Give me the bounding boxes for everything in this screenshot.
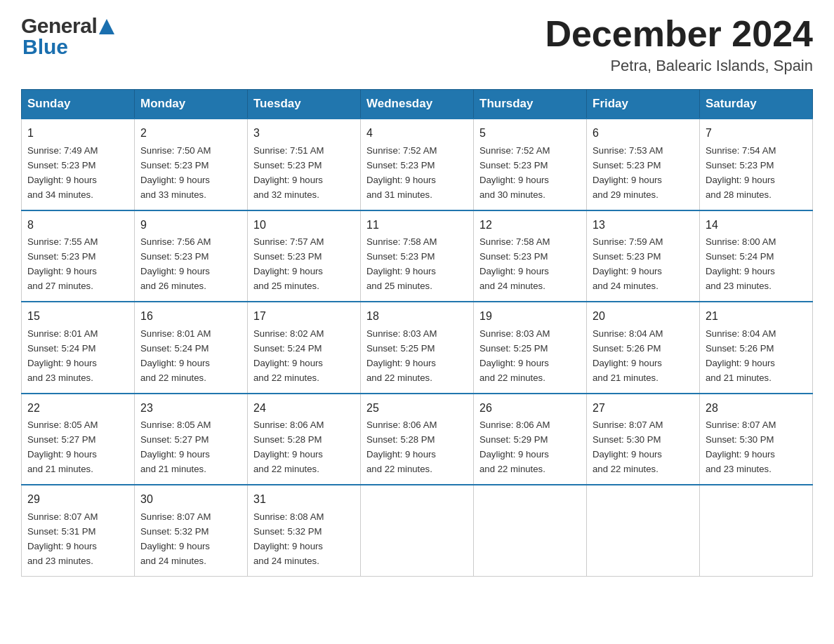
day-info: Sunrise: 8:08 AMSunset: 5:32 PMDaylight:… (253, 511, 324, 566)
day-number: 31 (253, 491, 355, 509)
day-number: 2 (140, 125, 241, 142)
day-number: 29 (27, 491, 128, 509)
day-number: 10 (253, 217, 355, 234)
day-number: 16 (140, 308, 241, 326)
table-row: 30Sunrise: 8:07 AMSunset: 5:32 PMDayligh… (135, 485, 248, 576)
table-row: 7Sunrise: 7:54 AMSunset: 5:23 PMDaylight… (700, 119, 813, 210)
day-info: Sunrise: 7:52 AMSunset: 5:23 PMDaylight:… (479, 145, 550, 200)
day-info: Sunrise: 8:06 AMSunset: 5:28 PMDaylight:… (366, 420, 437, 474)
table-row: 24Sunrise: 8:06 AMSunset: 5:28 PMDayligh… (248, 394, 361, 485)
table-row: 31Sunrise: 8:08 AMSunset: 5:32 PMDayligh… (248, 485, 361, 576)
page-header: General Blue December 2024 Petra, Balear… (21, 14, 813, 75)
day-number: 18 (366, 308, 468, 326)
col-thursday: Thursday (474, 90, 587, 119)
day-number: 24 (253, 400, 355, 417)
day-info: Sunrise: 8:04 AMSunset: 5:26 PMDaylight:… (593, 328, 663, 383)
table-row: 6Sunrise: 7:53 AMSunset: 5:23 PMDaylight… (587, 119, 700, 210)
day-number: 28 (706, 400, 807, 417)
day-info: Sunrise: 7:58 AMSunset: 5:23 PMDaylight:… (479, 236, 550, 291)
table-row: 23Sunrise: 8:05 AMSunset: 5:27 PMDayligh… (135, 394, 248, 485)
table-row: 3Sunrise: 7:51 AMSunset: 5:23 PMDaylight… (248, 119, 361, 210)
logo: General Blue (21, 14, 114, 59)
table-row (361, 485, 474, 576)
calendar-title: December 2024 (545, 14, 813, 54)
table-row (474, 485, 587, 576)
week-row-1: 1Sunrise: 7:49 AMSunset: 5:23 PMDaylight… (22, 119, 813, 210)
day-number: 5 (479, 125, 581, 142)
day-number: 26 (479, 400, 581, 417)
day-info: Sunrise: 8:02 AMSunset: 5:24 PMDaylight:… (253, 328, 324, 383)
day-info: Sunrise: 7:55 AMSunset: 5:23 PMDaylight:… (27, 236, 98, 291)
col-saturday: Saturday (700, 90, 813, 119)
day-info: Sunrise: 7:49 AMSunset: 5:23 PMDaylight:… (27, 145, 98, 200)
day-number: 4 (366, 125, 468, 142)
col-monday: Monday (135, 90, 248, 119)
day-info: Sunrise: 8:06 AMSunset: 5:29 PMDaylight:… (479, 420, 550, 474)
logo-blue-text: Blue (22, 35, 68, 59)
table-row: 22Sunrise: 8:05 AMSunset: 5:27 PMDayligh… (22, 394, 135, 485)
col-wednesday: Wednesday (361, 90, 474, 119)
day-info: Sunrise: 8:01 AMSunset: 5:24 PMDaylight:… (140, 328, 211, 383)
day-number: 6 (593, 125, 694, 142)
day-info: Sunrise: 8:07 AMSunset: 5:30 PMDaylight:… (593, 420, 663, 474)
day-number: 22 (27, 400, 128, 417)
day-info: Sunrise: 8:01 AMSunset: 5:24 PMDaylight:… (27, 328, 98, 383)
table-row: 2Sunrise: 7:50 AMSunset: 5:23 PMDaylight… (135, 119, 248, 210)
day-info: Sunrise: 8:06 AMSunset: 5:28 PMDaylight:… (253, 420, 324, 474)
day-number: 12 (479, 217, 581, 234)
table-row: 29Sunrise: 8:07 AMSunset: 5:31 PMDayligh… (22, 485, 135, 576)
day-number: 27 (593, 400, 694, 417)
week-row-2: 8Sunrise: 7:55 AMSunset: 5:23 PMDaylight… (22, 210, 813, 302)
table-row: 28Sunrise: 8:07 AMSunset: 5:30 PMDayligh… (700, 394, 813, 485)
col-tuesday: Tuesday (248, 90, 361, 119)
table-row: 15Sunrise: 8:01 AMSunset: 5:24 PMDayligh… (22, 302, 135, 393)
day-number: 9 (140, 217, 241, 234)
svg-marker-0 (99, 19, 114, 34)
table-row (587, 485, 700, 576)
day-info: Sunrise: 8:03 AMSunset: 5:25 PMDaylight:… (479, 328, 550, 383)
table-row: 8Sunrise: 7:55 AMSunset: 5:23 PMDaylight… (22, 210, 135, 302)
week-row-4: 22Sunrise: 8:05 AMSunset: 5:27 PMDayligh… (22, 394, 813, 485)
day-info: Sunrise: 7:51 AMSunset: 5:23 PMDaylight:… (253, 145, 324, 200)
day-number: 1 (27, 125, 128, 142)
table-row: 11Sunrise: 7:58 AMSunset: 5:23 PMDayligh… (361, 210, 474, 302)
col-friday: Friday (587, 90, 700, 119)
day-number: 25 (366, 400, 468, 417)
calendar-subtitle: Petra, Balearic Islands, Spain (545, 57, 813, 75)
table-row: 1Sunrise: 7:49 AMSunset: 5:23 PMDaylight… (22, 119, 135, 210)
day-info: Sunrise: 8:03 AMSunset: 5:25 PMDaylight:… (366, 328, 437, 383)
day-info: Sunrise: 7:52 AMSunset: 5:23 PMDaylight:… (366, 145, 437, 200)
table-row: 17Sunrise: 8:02 AMSunset: 5:24 PMDayligh… (248, 302, 361, 393)
day-info: Sunrise: 7:53 AMSunset: 5:23 PMDaylight:… (593, 145, 663, 200)
day-info: Sunrise: 8:05 AMSunset: 5:27 PMDaylight:… (27, 420, 98, 474)
table-row: 21Sunrise: 8:04 AMSunset: 5:26 PMDayligh… (700, 302, 813, 393)
table-row: 19Sunrise: 8:03 AMSunset: 5:25 PMDayligh… (474, 302, 587, 393)
title-block: December 2024 Petra, Balearic Islands, S… (545, 14, 813, 75)
day-info: Sunrise: 7:59 AMSunset: 5:23 PMDaylight:… (593, 236, 663, 291)
table-row: 4Sunrise: 7:52 AMSunset: 5:23 PMDaylight… (361, 119, 474, 210)
day-info: Sunrise: 8:07 AMSunset: 5:30 PMDaylight:… (706, 420, 776, 474)
week-row-5: 29Sunrise: 8:07 AMSunset: 5:31 PMDayligh… (22, 485, 813, 576)
day-info: Sunrise: 7:50 AMSunset: 5:23 PMDaylight:… (140, 145, 211, 200)
col-sunday: Sunday (22, 90, 135, 119)
calendar-header-row: Sunday Monday Tuesday Wednesday Thursday… (22, 90, 813, 119)
table-row (700, 485, 813, 576)
day-number: 8 (27, 217, 128, 234)
table-row: 18Sunrise: 8:03 AMSunset: 5:25 PMDayligh… (361, 302, 474, 393)
table-row: 10Sunrise: 7:57 AMSunset: 5:23 PMDayligh… (248, 210, 361, 302)
day-info: Sunrise: 8:05 AMSunset: 5:27 PMDaylight:… (140, 420, 211, 474)
day-number: 3 (253, 125, 355, 142)
day-info: Sunrise: 7:54 AMSunset: 5:23 PMDaylight:… (706, 145, 776, 200)
day-number: 17 (253, 308, 355, 326)
table-row: 9Sunrise: 7:56 AMSunset: 5:23 PMDaylight… (135, 210, 248, 302)
day-info: Sunrise: 8:07 AMSunset: 5:32 PMDaylight:… (140, 511, 211, 566)
table-row: 13Sunrise: 7:59 AMSunset: 5:23 PMDayligh… (587, 210, 700, 302)
day-info: Sunrise: 8:07 AMSunset: 5:31 PMDaylight:… (27, 511, 98, 566)
table-row: 14Sunrise: 8:00 AMSunset: 5:24 PMDayligh… (700, 210, 813, 302)
table-row: 5Sunrise: 7:52 AMSunset: 5:23 PMDaylight… (474, 119, 587, 210)
calendar-table: Sunday Monday Tuesday Wednesday Thursday… (21, 89, 813, 576)
table-row: 12Sunrise: 7:58 AMSunset: 5:23 PMDayligh… (474, 210, 587, 302)
day-number: 23 (140, 400, 241, 417)
day-info: Sunrise: 7:57 AMSunset: 5:23 PMDaylight:… (253, 236, 324, 291)
week-row-3: 15Sunrise: 8:01 AMSunset: 5:24 PMDayligh… (22, 302, 813, 393)
